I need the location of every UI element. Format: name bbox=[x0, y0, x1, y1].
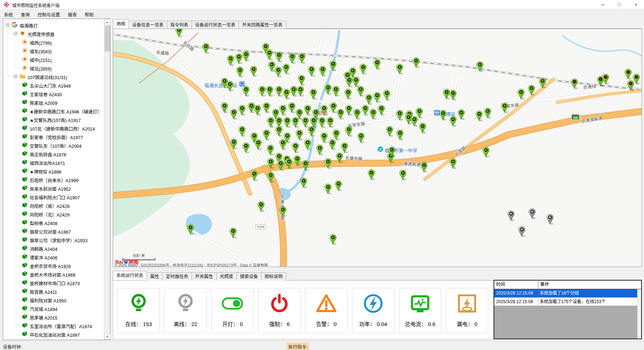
maximize-button[interactable]: □ bbox=[611, 0, 628, 9]
map-pin-online[interactable] bbox=[277, 160, 284, 171]
tree-item[interactable]: 五里派出所（富源汽配）A1874 bbox=[3, 321, 104, 330]
map-pin-online[interactable] bbox=[282, 64, 290, 74]
map-pin-online[interactable] bbox=[238, 126, 246, 137]
bottom-tab-3[interactable]: 开关属性 bbox=[192, 272, 217, 281]
tree-expander-icon[interactable] bbox=[6, 23, 9, 26]
event-scrollbar[interactable] bbox=[637, 289, 641, 339]
map-pin-online[interactable] bbox=[344, 89, 352, 99]
tree-item[interactable]: 五尖山大门东 A1949 bbox=[3, 81, 104, 89]
map-pin-offline[interactable] bbox=[528, 208, 536, 219]
map-pin-online[interactable] bbox=[388, 146, 395, 157]
map-pin-online[interactable] bbox=[399, 170, 407, 180]
map-pin-online[interactable] bbox=[367, 169, 375, 180]
tree-item[interactable]: 烟草公司（求知中学）A1933 bbox=[3, 235, 104, 244]
map-pin-online[interactable] bbox=[300, 178, 307, 188]
map-pin-online[interactable] bbox=[292, 117, 299, 128]
map-pin-online[interactable] bbox=[318, 117, 326, 128]
map-pin-online[interactable] bbox=[373, 59, 381, 70]
tree-item[interactable]: 城西(2799) bbox=[3, 38, 104, 47]
map-pin-online[interactable] bbox=[266, 86, 273, 97]
tree-item[interactable]: 汽贸城 A1894 bbox=[3, 304, 104, 313]
map-pin-online[interactable] bbox=[175, 29, 183, 37]
tree-item[interactable]: 金桥大市场对面 A1869 bbox=[3, 270, 104, 278]
map-pin-online[interactable] bbox=[274, 67, 282, 77]
map-pin-online[interactable] bbox=[539, 78, 546, 88]
map-pin-online[interactable] bbox=[386, 126, 393, 137]
map-pin-online[interactable] bbox=[275, 86, 283, 97]
tree-expander-icon[interactable] bbox=[14, 32, 17, 35]
map-pin-online[interactable] bbox=[329, 234, 337, 245]
bottom-tab-4[interactable]: 光照度 bbox=[216, 272, 237, 281]
tree-item[interactable]: 中石化加油站对面 A1897 bbox=[3, 330, 104, 339]
map-pin-online[interactable] bbox=[288, 102, 295, 113]
map-pin-online[interactable] bbox=[345, 126, 352, 137]
map-pin-online[interactable] bbox=[275, 126, 283, 137]
map-pin-online[interactable] bbox=[298, 53, 306, 64]
map-pin-online[interactable] bbox=[324, 184, 332, 194]
map-tab-3[interactable]: 设备运行状态一览表 bbox=[192, 21, 239, 29]
tree-item[interactable]: 交警队东（107南）A2004 bbox=[3, 141, 104, 150]
map-pin-online[interactable] bbox=[297, 86, 304, 97]
map-pin-online[interactable] bbox=[412, 57, 420, 68]
menu-item-0[interactable]: 系统 bbox=[0, 10, 17, 19]
menu-item-4[interactable]: 帮助 bbox=[81, 10, 98, 19]
map-pin-online[interactable] bbox=[302, 160, 309, 171]
map-pin-online[interactable] bbox=[335, 180, 342, 191]
tree-item[interactable]: 城西派出所A1871 bbox=[3, 158, 104, 167]
map-pin-online[interactable] bbox=[250, 66, 257, 77]
scroll-thumb[interactable] bbox=[105, 26, 110, 52]
map-pin-online[interactable] bbox=[258, 86, 266, 97]
map-pin-online[interactable] bbox=[357, 132, 365, 143]
tree-item[interactable]: 谭家冲 A2406 bbox=[3, 253, 104, 261]
tree-item[interactable]: 金桥农贸市场 A1926 bbox=[3, 261, 104, 270]
map-pin-forced[interactable] bbox=[633, 74, 640, 84]
map-pin-online[interactable] bbox=[365, 94, 373, 105]
map-pin-online[interactable] bbox=[476, 61, 484, 72]
event-row[interactable]: 2025/3/28 12:15:08系统加载了175个设备，在线153个 bbox=[494, 297, 641, 306]
map-pin-online[interactable] bbox=[308, 66, 315, 77]
map-pin-online[interactable] bbox=[187, 224, 194, 235]
map-pin-online[interactable] bbox=[242, 51, 250, 62]
map-pin-online[interactable] bbox=[267, 172, 274, 183]
map-pin-offline[interactable] bbox=[507, 210, 515, 221]
map-pin-online[interactable] bbox=[229, 228, 237, 238]
map-pin-online[interactable] bbox=[221, 102, 228, 113]
map-pin-online[interactable] bbox=[410, 116, 418, 127]
map-pin-online[interactable] bbox=[236, 67, 244, 77]
menu-item-1[interactable]: 查询 bbox=[17, 10, 34, 19]
map-pin-online[interactable] bbox=[369, 109, 377, 120]
tree-item[interactable]: 城东(3543) bbox=[3, 47, 104, 55]
map-pin-online[interactable] bbox=[254, 105, 261, 116]
map-tab-1[interactable]: 设备信息一览表 bbox=[129, 21, 167, 29]
map-pin-online[interactable] bbox=[319, 66, 326, 77]
map-pin-online[interactable] bbox=[439, 110, 447, 121]
tree-item[interactable]: ★博物馆 A1888 bbox=[3, 167, 104, 175]
map-pin-online[interactable] bbox=[202, 43, 210, 54]
map-pin-online[interactable] bbox=[266, 145, 274, 155]
map-pin-online[interactable] bbox=[326, 117, 334, 128]
map-pin-online[interactable] bbox=[517, 89, 525, 99]
map-pin-online[interactable] bbox=[292, 142, 299, 153]
map-pin-online[interactable] bbox=[341, 142, 348, 153]
menu-item-3[interactable]: 报表 bbox=[64, 10, 81, 19]
map-pin-online[interactable] bbox=[267, 117, 274, 128]
map-pin-online[interactable] bbox=[449, 158, 457, 169]
tree-group[interactable]: 107国道沿线(31/31) bbox=[3, 72, 104, 81]
map-pin-online[interactable] bbox=[304, 105, 311, 116]
tree-item[interactable]: 金桥建材市场门口 A1873 bbox=[3, 278, 104, 287]
map-pin-online[interactable] bbox=[263, 130, 270, 140]
tree-item[interactable]: 观音路 A2411 bbox=[3, 287, 104, 296]
map-pin-online[interactable] bbox=[361, 105, 369, 116]
map-pin-online[interactable] bbox=[250, 170, 258, 181]
map-pin-online[interactable] bbox=[230, 138, 237, 149]
tree-item[interactable]: 社会福利院大门口 A1907 bbox=[3, 193, 104, 201]
map-pin-online[interactable] bbox=[304, 139, 311, 150]
map-pin-online[interactable] bbox=[337, 109, 344, 120]
bottom-tab-0[interactable]: 系统运行状态 bbox=[113, 271, 147, 280]
tree-item[interactable]: 梨树巷 A2408 bbox=[3, 218, 104, 227]
map-pin-online[interactable] bbox=[226, 81, 234, 92]
map-pin-online[interactable] bbox=[279, 105, 287, 116]
map-pin-online[interactable] bbox=[275, 52, 283, 62]
tree-item[interactable]: 陈家组 A2009 bbox=[3, 98, 104, 107]
tree-item[interactable]: 鸿鹤路 A2404 bbox=[3, 244, 104, 253]
